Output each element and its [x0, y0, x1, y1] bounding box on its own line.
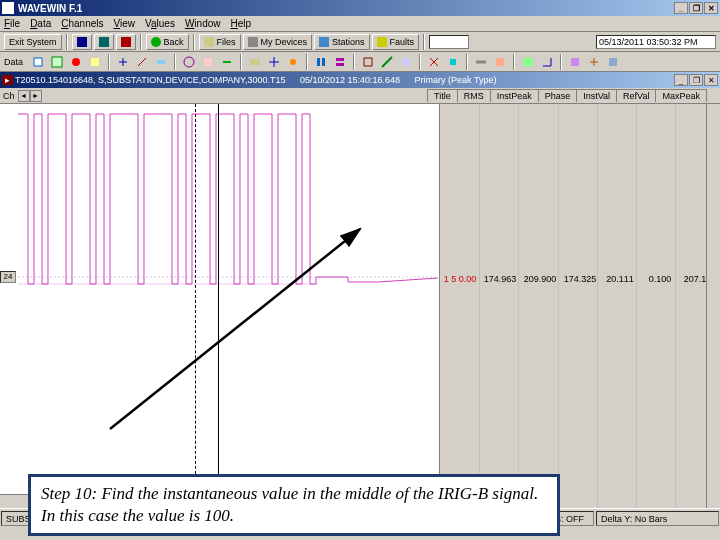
svg-point-2 — [72, 58, 80, 66]
tb2-icon-26[interactable] — [586, 54, 602, 70]
app-titlebar: WAVEWIN F.1 _ ❐ ✕ — [0, 0, 720, 16]
secondary-toolbar: Data — [0, 52, 720, 72]
data-panel: 1 5 0.00 174.963 209.900 174.325 20.111 … — [440, 104, 720, 508]
doc-min-button[interactable]: _ — [674, 74, 688, 86]
val-refval: 0.100 — [640, 274, 680, 284]
data-label: Data — [4, 57, 23, 67]
tb2-icon-9[interactable] — [200, 54, 216, 70]
menu-values[interactable]: Values — [145, 18, 175, 29]
back-button[interactable]: Back — [146, 34, 189, 50]
tab-instpeak[interactable]: InstPeak — [490, 89, 539, 102]
tb2-icon-23[interactable] — [520, 54, 536, 70]
menu-file[interactable]: File — [4, 18, 20, 29]
tb2-icon-16[interactable] — [360, 54, 376, 70]
annotation-text: Step 10: Find the instantaneous value in… — [41, 484, 538, 525]
svg-point-16 — [523, 57, 533, 67]
files-button[interactable]: Files — [199, 34, 241, 50]
svg-point-8 — [290, 59, 296, 65]
toolbar-input[interactable] — [429, 35, 469, 49]
svg-rect-3 — [91, 58, 99, 66]
tab-instval[interactable]: InstVal — [576, 89, 617, 102]
svg-rect-10 — [322, 58, 325, 66]
svg-rect-14 — [450, 59, 456, 65]
svg-rect-17 — [571, 58, 579, 66]
tb2-icon-8[interactable] — [181, 54, 197, 70]
tb2-icon-10[interactable] — [219, 54, 235, 70]
tb2-icon-27[interactable] — [605, 54, 621, 70]
tb2-icon-11[interactable] — [247, 54, 263, 70]
waveform-chart[interactable]: 24 020 140 260 — [0, 104, 440, 508]
val-rms: 174.963 — [480, 274, 520, 284]
step-annotation: Step 10: Find the instantaneous value in… — [28, 474, 560, 536]
tool-icon-3[interactable] — [116, 34, 136, 50]
cursor-primary[interactable] — [218, 104, 219, 494]
val-instpeak: 209.900 — [520, 274, 560, 284]
close-button[interactable]: ✕ — [704, 2, 718, 14]
maximize-button[interactable]: ❐ — [689, 2, 703, 14]
svg-rect-1 — [52, 57, 62, 67]
tb2-icon-7[interactable] — [153, 54, 169, 70]
tb2-icon-14[interactable] — [313, 54, 329, 70]
svg-rect-0 — [34, 58, 42, 66]
tab-maxpeak[interactable]: MaxPeak — [655, 89, 707, 102]
tool-icon-1[interactable] — [72, 34, 92, 50]
tb2-icon-6[interactable] — [134, 54, 150, 70]
doc-datetime: 05/10/2012 15:40:16.648 — [300, 75, 400, 85]
svg-rect-9 — [317, 58, 320, 66]
doc-close-button[interactable]: ✕ — [704, 74, 718, 86]
menu-window[interactable]: Window — [185, 18, 221, 29]
faults-button[interactable]: Faults — [372, 34, 420, 50]
tb2-icon-18[interactable] — [398, 54, 414, 70]
val-phase: 174.325 — [560, 274, 600, 284]
svg-rect-7 — [250, 59, 260, 65]
doc-filename: T20510.154016648, S,SUBSTATION,DEVICE,CO… — [15, 75, 285, 85]
tb2-icon-22[interactable] — [492, 54, 508, 70]
menu-channels[interactable]: Channels — [61, 18, 103, 29]
exit-button[interactable]: Exit System — [4, 34, 62, 50]
minimize-button[interactable]: _ — [674, 2, 688, 14]
tab-refval[interactable]: RefVal — [616, 89, 656, 102]
tb2-icon-13[interactable] — [285, 54, 301, 70]
ch-next-button[interactable]: ► — [30, 90, 42, 102]
menu-help[interactable]: Help — [231, 18, 252, 29]
tab-rms[interactable]: RMS — [457, 89, 491, 102]
value-row: 1 5 0.00 174.963 209.900 174.325 20.111 … — [440, 274, 720, 284]
tb2-icon-25[interactable] — [567, 54, 583, 70]
tb2-icon-19[interactable] — [426, 54, 442, 70]
menu-data[interactable]: Data — [30, 18, 51, 29]
tb2-icon-17[interactable] — [379, 54, 395, 70]
tb2-icon-5[interactable] — [115, 54, 131, 70]
stations-button[interactable]: Stations — [314, 34, 370, 50]
vertical-scrollbar[interactable] — [706, 104, 720, 508]
status-deltay: Delta Y: No Bars — [596, 511, 719, 526]
doc-max-button[interactable]: ❐ — [689, 74, 703, 86]
app-title: WAVEWIN F.1 — [18, 3, 82, 14]
tab-phase[interactable]: Phase — [538, 89, 578, 102]
val-title: 1 5 0.00 — [440, 274, 480, 284]
tb2-icon-21[interactable] — [473, 54, 489, 70]
cursor-ref[interactable] — [195, 104, 196, 494]
tb2-icon-3[interactable] — [68, 54, 84, 70]
channel-label: 24 — [0, 271, 16, 283]
channel-tabs-row: Ch ◄ ► Title RMS InstPeak Phase InstVal … — [0, 88, 720, 104]
tb2-icon-2[interactable] — [49, 54, 65, 70]
datetime-display: 05/13/2011 03:50:32 PM — [596, 35, 716, 49]
tb2-icon-24[interactable] — [539, 54, 555, 70]
svg-rect-6 — [204, 58, 212, 66]
tb2-icon-12[interactable] — [266, 54, 282, 70]
document-titlebar: ▸ T20510.154016648, S,SUBSTATION,DEVICE,… — [0, 72, 720, 88]
tb2-icon-20[interactable] — [445, 54, 461, 70]
tab-title[interactable]: Title — [427, 89, 458, 102]
devices-button[interactable]: My Devices — [243, 34, 313, 50]
ch-prev-button[interactable]: ◄ — [18, 90, 30, 102]
svg-rect-4 — [157, 60, 165, 64]
menu-view[interactable]: View — [114, 18, 136, 29]
tb2-icon-1[interactable] — [30, 54, 46, 70]
val-instval: 20.111 — [600, 274, 640, 284]
tool-icon-2[interactable] — [94, 34, 114, 50]
doc-marker: ▸ — [2, 75, 13, 85]
window-buttons: _ ❐ ✕ — [674, 2, 718, 14]
tb2-icon-4[interactable] — [87, 54, 103, 70]
tb2-icon-15[interactable] — [332, 54, 348, 70]
svg-point-13 — [402, 58, 410, 66]
